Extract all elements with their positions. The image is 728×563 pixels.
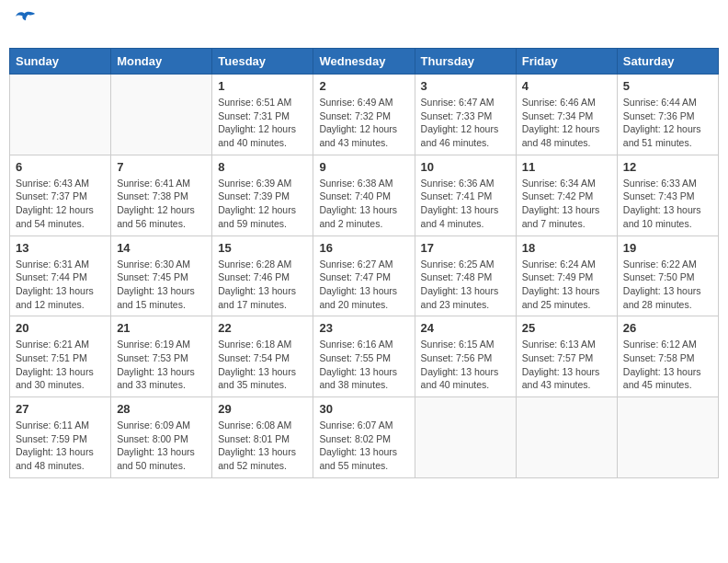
calendar-cell: 5Sunrise: 6:44 AMSunset: 7:36 PMDaylight… — [617, 75, 718, 155]
calendar-cell: 4Sunrise: 6:46 AMSunset: 7:34 PMDaylight… — [516, 75, 617, 155]
day-number: 7 — [117, 160, 206, 174]
calendar-cell: 11Sunrise: 6:34 AMSunset: 7:42 PMDayligh… — [516, 155, 617, 236]
calendar-week-row: 20Sunrise: 6:21 AMSunset: 7:51 PMDayligh… — [10, 316, 719, 397]
calendar-header-monday: Monday — [111, 49, 212, 75]
calendar-cell: 19Sunrise: 6:22 AMSunset: 7:50 PMDayligh… — [617, 236, 718, 316]
day-number: 21 — [117, 321, 206, 335]
calendar-header-sunday: Sunday — [10, 49, 111, 75]
calendar-cell: 16Sunrise: 6:27 AMSunset: 7:47 PMDayligh… — [313, 236, 415, 316]
day-info: Sunrise: 6:07 AMSunset: 8:02 PMDaylight:… — [319, 419, 408, 473]
day-number: 8 — [218, 160, 307, 174]
day-number: 6 — [16, 160, 105, 174]
calendar-header-thursday: Thursday — [415, 49, 516, 75]
day-number: 11 — [522, 160, 611, 174]
calendar-week-row: 6Sunrise: 6:43 AMSunset: 7:37 PMDaylight… — [10, 155, 719, 236]
calendar-header-saturday: Saturday — [617, 49, 718, 75]
calendar-cell: 28Sunrise: 6:09 AMSunset: 8:00 PMDayligh… — [111, 397, 212, 478]
day-info: Sunrise: 6:08 AMSunset: 8:01 PMDaylight:… — [218, 419, 307, 473]
calendar-cell: 20Sunrise: 6:21 AMSunset: 7:51 PMDayligh… — [10, 316, 111, 397]
day-info: Sunrise: 6:34 AMSunset: 7:42 PMDaylight:… — [522, 177, 611, 231]
day-info: Sunrise: 6:15 AMSunset: 7:56 PMDaylight:… — [421, 338, 510, 392]
calendar-cell: 25Sunrise: 6:13 AMSunset: 7:57 PMDayligh… — [516, 316, 617, 397]
day-info: Sunrise: 6:51 AMSunset: 7:31 PMDaylight:… — [218, 96, 307, 150]
page-header — [9, 9, 719, 40]
day-info: Sunrise: 6:49 AMSunset: 7:32 PMDaylight:… — [319, 96, 408, 150]
day-info: Sunrise: 6:46 AMSunset: 7:34 PMDaylight:… — [522, 96, 611, 150]
day-number: 25 — [522, 321, 611, 335]
calendar-cell: 27Sunrise: 6:11 AMSunset: 7:59 PMDayligh… — [10, 397, 111, 478]
day-number: 16 — [319, 241, 408, 255]
day-number: 28 — [117, 402, 206, 416]
day-number: 1 — [218, 79, 307, 93]
day-number: 29 — [218, 402, 307, 416]
day-info: Sunrise: 6:33 AMSunset: 7:43 PMDaylight:… — [623, 177, 712, 231]
calendar-cell: 9Sunrise: 6:38 AMSunset: 7:40 PMDaylight… — [313, 155, 415, 236]
day-number: 9 — [319, 160, 408, 174]
calendar-cell: 6Sunrise: 6:43 AMSunset: 7:37 PMDaylight… — [10, 155, 111, 236]
calendar-week-row: 13Sunrise: 6:31 AMSunset: 7:44 PMDayligh… — [10, 236, 719, 316]
calendar-cell: 10Sunrise: 6:36 AMSunset: 7:41 PMDayligh… — [415, 155, 516, 236]
calendar-header-tuesday: Tuesday — [212, 49, 313, 75]
day-info: Sunrise: 6:22 AMSunset: 7:50 PMDaylight:… — [623, 258, 712, 312]
day-number: 3 — [421, 79, 510, 93]
day-info: Sunrise: 6:30 AMSunset: 7:45 PMDaylight:… — [117, 258, 206, 312]
day-info: Sunrise: 6:25 AMSunset: 7:48 PMDaylight:… — [421, 258, 510, 312]
day-info: Sunrise: 6:38 AMSunset: 7:40 PMDaylight:… — [319, 177, 408, 231]
day-number: 24 — [421, 321, 510, 335]
day-number: 18 — [522, 241, 611, 255]
day-number: 5 — [623, 79, 712, 93]
day-info: Sunrise: 6:36 AMSunset: 7:41 PMDaylight:… — [421, 177, 510, 231]
calendar-cell: 2Sunrise: 6:49 AMSunset: 7:32 PMDaylight… — [313, 75, 415, 155]
day-info: Sunrise: 6:41 AMSunset: 7:38 PMDaylight:… — [117, 177, 206, 231]
calendar-table: SundayMondayTuesdayWednesdayThursdayFrid… — [9, 48, 719, 478]
day-info: Sunrise: 6:19 AMSunset: 7:53 PMDaylight:… — [117, 338, 206, 392]
day-number: 30 — [319, 402, 408, 416]
calendar-cell: 12Sunrise: 6:33 AMSunset: 7:43 PMDayligh… — [617, 155, 718, 236]
day-info: Sunrise: 6:47 AMSunset: 7:33 PMDaylight:… — [421, 96, 510, 150]
day-number: 22 — [218, 321, 307, 335]
calendar-cell — [415, 397, 516, 478]
calendar-cell: 26Sunrise: 6:12 AMSunset: 7:58 PMDayligh… — [617, 316, 718, 397]
calendar-cell: 18Sunrise: 6:24 AMSunset: 7:49 PMDayligh… — [516, 236, 617, 316]
calendar-cell: 30Sunrise: 6:07 AMSunset: 8:02 PMDayligh… — [313, 397, 415, 478]
day-number: 20 — [16, 321, 105, 335]
calendar-cell: 13Sunrise: 6:31 AMSunset: 7:44 PMDayligh… — [10, 236, 111, 316]
day-number: 2 — [319, 79, 408, 93]
calendar-cell: 1Sunrise: 6:51 AMSunset: 7:31 PMDaylight… — [212, 75, 313, 155]
calendar-header-row: SundayMondayTuesdayWednesdayThursdayFrid… — [10, 49, 719, 75]
calendar-cell: 17Sunrise: 6:25 AMSunset: 7:48 PMDayligh… — [415, 236, 516, 316]
calendar-cell: 22Sunrise: 6:18 AMSunset: 7:54 PMDayligh… — [212, 316, 313, 397]
calendar-cell — [516, 397, 617, 478]
day-info: Sunrise: 6:39 AMSunset: 7:39 PMDaylight:… — [218, 177, 307, 231]
calendar-cell: 29Sunrise: 6:08 AMSunset: 8:01 PMDayligh… — [212, 397, 313, 478]
day-info: Sunrise: 6:27 AMSunset: 7:47 PMDaylight:… — [319, 258, 408, 312]
day-number: 4 — [522, 79, 611, 93]
calendar-cell: 21Sunrise: 6:19 AMSunset: 7:53 PMDayligh… — [111, 316, 212, 397]
day-number: 17 — [421, 241, 510, 255]
day-number: 23 — [319, 321, 408, 335]
day-number: 12 — [623, 160, 712, 174]
calendar-cell: 24Sunrise: 6:15 AMSunset: 7:56 PMDayligh… — [415, 316, 516, 397]
day-number: 26 — [623, 321, 712, 335]
calendar-cell — [617, 397, 718, 478]
day-info: Sunrise: 6:43 AMSunset: 7:37 PMDaylight:… — [16, 177, 105, 231]
day-number: 13 — [16, 241, 105, 255]
calendar-cell: 15Sunrise: 6:28 AMSunset: 7:46 PMDayligh… — [212, 236, 313, 316]
day-info: Sunrise: 6:28 AMSunset: 7:46 PMDaylight:… — [218, 258, 307, 312]
calendar-cell: 8Sunrise: 6:39 AMSunset: 7:39 PMDaylight… — [212, 155, 313, 236]
calendar-header-wednesday: Wednesday — [313, 49, 415, 75]
day-info: Sunrise: 6:09 AMSunset: 8:00 PMDaylight:… — [117, 419, 206, 473]
day-number: 14 — [117, 241, 206, 255]
calendar-cell: 3Sunrise: 6:47 AMSunset: 7:33 PMDaylight… — [415, 75, 516, 155]
day-info: Sunrise: 6:18 AMSunset: 7:54 PMDaylight:… — [218, 338, 307, 392]
calendar-cell: 7Sunrise: 6:41 AMSunset: 7:38 PMDaylight… — [111, 155, 212, 236]
calendar-week-row: 1Sunrise: 6:51 AMSunset: 7:31 PMDaylight… — [10, 75, 719, 155]
day-number: 19 — [623, 241, 712, 255]
day-number: 27 — [16, 402, 105, 416]
calendar-week-row: 27Sunrise: 6:11 AMSunset: 7:59 PMDayligh… — [10, 397, 719, 478]
day-info: Sunrise: 6:21 AMSunset: 7:51 PMDaylight:… — [16, 338, 105, 392]
day-info: Sunrise: 6:44 AMSunset: 7:36 PMDaylight:… — [623, 96, 712, 150]
day-number: 15 — [218, 241, 307, 255]
day-info: Sunrise: 6:11 AMSunset: 7:59 PMDaylight:… — [16, 419, 105, 473]
calendar-cell: 23Sunrise: 6:16 AMSunset: 7:55 PMDayligh… — [313, 316, 415, 397]
